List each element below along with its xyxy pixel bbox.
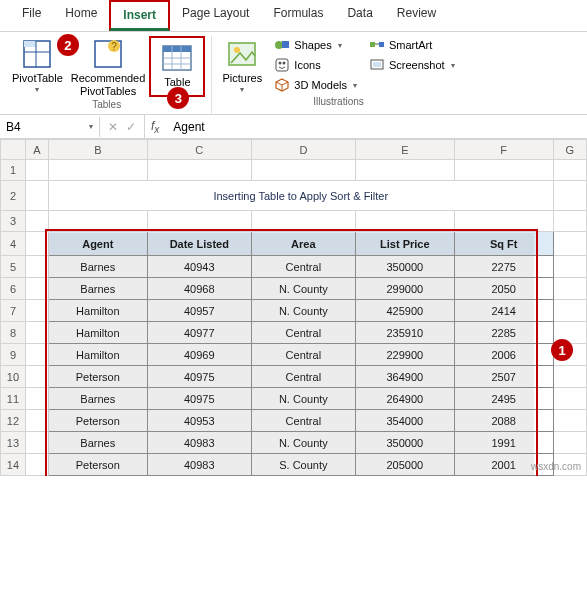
- cell[interactable]: N. County: [251, 300, 355, 322]
- hdr-date[interactable]: Date Listed: [147, 232, 251, 256]
- cell[interactable]: 1991: [454, 432, 553, 454]
- pictures-button[interactable]: Pictures ▾: [218, 36, 266, 94]
- cell[interactable]: Barnes: [48, 432, 147, 454]
- cell[interactable]: Central: [251, 410, 355, 432]
- cell[interactable]: Hamilton: [48, 300, 147, 322]
- row-header-6[interactable]: 6: [1, 278, 26, 300]
- cell[interactable]: 235910: [355, 322, 454, 344]
- screenshot-button[interactable]: Screenshot▾: [365, 56, 459, 74]
- cell[interactable]: 40957: [147, 300, 251, 322]
- cell[interactable]: 40983: [147, 432, 251, 454]
- cell[interactable]: 2050: [454, 278, 553, 300]
- row-header-12[interactable]: 12: [1, 410, 26, 432]
- col-header-F[interactable]: F: [454, 140, 553, 160]
- title-cell[interactable]: Inserting Table to Apply Sort & Filter: [48, 181, 553, 211]
- col-header-C[interactable]: C: [147, 140, 251, 160]
- tab-insert[interactable]: Insert: [109, 0, 170, 31]
- row-header-14[interactable]: 14: [1, 454, 26, 476]
- tab-page-layout[interactable]: Page Layout: [170, 0, 261, 31]
- row-header-10[interactable]: 10: [1, 366, 26, 388]
- cell[interactable]: Barnes: [48, 278, 147, 300]
- cell[interactable]: 40977: [147, 322, 251, 344]
- tab-home[interactable]: Home: [53, 0, 109, 31]
- accept-icon[interactable]: ✓: [126, 120, 136, 134]
- cell[interactable]: Central: [251, 344, 355, 366]
- row-header-2[interactable]: 2: [1, 181, 26, 211]
- col-header-B[interactable]: B: [48, 140, 147, 160]
- cell[interactable]: 2275: [454, 256, 553, 278]
- cell[interactable]: Barnes: [48, 388, 147, 410]
- cell[interactable]: 40969: [147, 344, 251, 366]
- cell[interactable]: 40975: [147, 366, 251, 388]
- tab-review[interactable]: Review: [385, 0, 448, 31]
- cell[interactable]: Central: [251, 322, 355, 344]
- cell[interactable]: 2006: [454, 344, 553, 366]
- cell[interactable]: Hamilton: [48, 344, 147, 366]
- cell[interactable]: 425900: [355, 300, 454, 322]
- cell[interactable]: Peterson: [48, 366, 147, 388]
- screenshot-icon: [369, 57, 385, 73]
- smartart-button[interactable]: SmartArt: [365, 36, 459, 54]
- recommended-pivottables-button[interactable]: ? Recommended PivotTables 2: [67, 36, 150, 97]
- worksheet[interactable]: A B C D E F G 1 2Inserting Table to Appl…: [0, 139, 587, 476]
- cell[interactable]: 2507: [454, 366, 553, 388]
- col-header-E[interactable]: E: [355, 140, 454, 160]
- hdr-agent[interactable]: Agent: [48, 232, 147, 256]
- shapes-button[interactable]: Shapes▾: [270, 36, 361, 54]
- cell[interactable]: Peterson: [48, 454, 147, 476]
- cell[interactable]: 40953: [147, 410, 251, 432]
- cell[interactable]: 2088: [454, 410, 553, 432]
- hdr-sqft[interactable]: Sq Ft: [454, 232, 553, 256]
- cell[interactable]: S. County: [251, 454, 355, 476]
- tab-file[interactable]: File: [10, 0, 53, 31]
- cell[interactable]: 350000: [355, 256, 454, 278]
- cell[interactable]: N. County: [251, 432, 355, 454]
- cell[interactable]: Peterson: [48, 410, 147, 432]
- row-header-5[interactable]: 5: [1, 256, 26, 278]
- cell[interactable]: 40983: [147, 454, 251, 476]
- select-all-corner[interactable]: [1, 140, 26, 160]
- cell[interactable]: N. County: [251, 388, 355, 410]
- cell[interactable]: Central: [251, 256, 355, 278]
- cell[interactable]: 40975: [147, 388, 251, 410]
- col-header-D[interactable]: D: [251, 140, 355, 160]
- row-header-1[interactable]: 1: [1, 160, 26, 181]
- row-header-13[interactable]: 13: [1, 432, 26, 454]
- cell[interactable]: 40968: [147, 278, 251, 300]
- cell[interactable]: 2495: [454, 388, 553, 410]
- 3d-models-button[interactable]: 3D Models▾: [270, 76, 361, 94]
- cell[interactable]: Hamilton: [48, 322, 147, 344]
- col-header-A[interactable]: A: [25, 140, 48, 160]
- tab-formulas[interactable]: Formulas: [261, 0, 335, 31]
- row-header-9[interactable]: 9: [1, 344, 26, 366]
- cell[interactable]: 205000: [355, 454, 454, 476]
- fx-icon[interactable]: fx: [145, 119, 165, 135]
- cell[interactable]: Central: [251, 366, 355, 388]
- cancel-icon[interactable]: ✕: [108, 120, 118, 134]
- row-header-3[interactable]: 3: [1, 211, 26, 232]
- name-box[interactable]: B4 ▾: [0, 117, 100, 137]
- icons-button[interactable]: Icons: [270, 56, 361, 74]
- row-header-8[interactable]: 8: [1, 322, 26, 344]
- dropdown-icon: ▾: [89, 122, 93, 131]
- cell[interactable]: 264900: [355, 388, 454, 410]
- cell[interactable]: 350000: [355, 432, 454, 454]
- cell[interactable]: 299000: [355, 278, 454, 300]
- cell[interactable]: 40943: [147, 256, 251, 278]
- cell[interactable]: 229900: [355, 344, 454, 366]
- cell[interactable]: 2414: [454, 300, 553, 322]
- row-header-4[interactable]: 4: [1, 232, 26, 256]
- hdr-price[interactable]: List Price: [355, 232, 454, 256]
- cell[interactable]: 364900: [355, 366, 454, 388]
- row-header-11[interactable]: 11: [1, 388, 26, 410]
- tab-data[interactable]: Data: [335, 0, 384, 31]
- cell[interactable]: N. County: [251, 278, 355, 300]
- col-header-G[interactable]: G: [553, 140, 586, 160]
- row-header-7[interactable]: 7: [1, 300, 26, 322]
- cell[interactable]: 2285: [454, 322, 553, 344]
- formula-input[interactable]: Agent: [165, 117, 587, 137]
- cell[interactable]: 354000: [355, 410, 454, 432]
- table-button[interactable]: Table: [153, 40, 201, 89]
- cell[interactable]: Barnes: [48, 256, 147, 278]
- hdr-area[interactable]: Area: [251, 232, 355, 256]
